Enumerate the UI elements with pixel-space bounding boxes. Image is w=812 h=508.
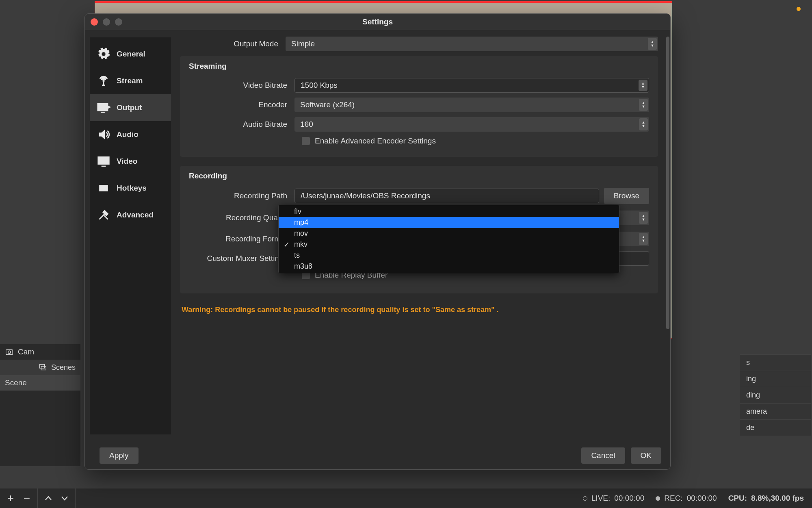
recording-path-label: Recording Path	[189, 191, 294, 200]
scene-row-label: Scene	[5, 378, 27, 387]
sidebar-item-output[interactable]: Output	[90, 94, 171, 121]
format-option[interactable]: mkv	[279, 239, 619, 250]
stepper-icon[interactable]: ▲▼	[639, 80, 647, 91]
controls-header: s	[740, 354, 811, 371]
scenes-header: Scenes	[0, 360, 80, 375]
sidebar-item-audio[interactable]: Audio	[90, 121, 171, 148]
scene-row[interactable]: Scene	[0, 375, 80, 391]
output-icon	[96, 100, 111, 115]
live-status: LIVE: 00:00:00	[583, 494, 644, 503]
notification-dot	[797, 7, 801, 11]
move-down-button[interactable]	[56, 491, 73, 506]
video-bitrate-label: Video Bitrate	[189, 81, 294, 90]
rec-status: REC: 00:00:00	[656, 494, 717, 503]
svg-rect-0	[6, 350, 13, 355]
bottom-toolbar: + − LIVE: 00:00:00 REC: 00:00:00 CPU: 8.…	[0, 488, 812, 508]
recording-format-dropdown[interactable]: flv mp4 mov mkv ts m3u8	[278, 205, 619, 273]
sidebar-item-stream[interactable]: Stream	[90, 67, 171, 94]
format-option[interactable]: mp4	[279, 217, 619, 228]
chevron-updown-icon: ▲▼	[639, 212, 648, 224]
keyboard-icon	[96, 181, 111, 195]
chevron-updown-icon: ▲▼	[639, 233, 648, 245]
ok-button[interactable]: OK	[631, 447, 661, 464]
scrollbar[interactable]	[666, 37, 669, 329]
move-up-button[interactable]	[40, 491, 56, 506]
audio-bitrate-label: Audio Bitrate	[189, 120, 294, 129]
close-window-button[interactable]	[91, 18, 98, 26]
titlebar: Settings	[85, 14, 670, 30]
checkbox-box	[302, 137, 310, 145]
settings-content: Output Mode Simple ▲▼ Streaming Video Bi…	[171, 30, 670, 442]
start-recording-button[interactable]: ding	[740, 387, 811, 403]
rec-dot-icon	[656, 496, 660, 501]
recording-heading: Recording	[189, 172, 649, 180]
output-mode-label: Output Mode	[180, 39, 286, 48]
zoom-window-button[interactable]	[115, 18, 122, 26]
audio-bitrate-select[interactable]: 160 ▲▼	[294, 117, 649, 132]
tools-icon	[96, 208, 111, 222]
format-option[interactable]: m3u8	[279, 261, 619, 272]
speaker-icon	[96, 127, 111, 142]
chevron-updown-icon: ▲▼	[648, 38, 657, 50]
cpu-status: CPU: 8.8%,30.00 fps	[728, 494, 804, 503]
controls-panel: s ing ding amera de	[740, 354, 811, 436]
format-option[interactable]: mov	[279, 228, 619, 239]
sidebar-item-video[interactable]: Video	[90, 148, 171, 175]
svg-rect-6	[98, 157, 109, 164]
scenes-header-label: Scenes	[51, 363, 76, 372]
source-cam-row[interactable]: Cam	[0, 344, 80, 360]
status-bar: LIVE: 00:00:00 REC: 00:00:00 CPU: 8.8%,3…	[583, 494, 812, 503]
settings-dialog: Settings General Stream Output Audio Vid	[84, 13, 671, 470]
svg-point-1	[8, 351, 11, 353]
svg-point-4	[103, 80, 104, 82]
start-streaming-button[interactable]: ing	[740, 371, 811, 387]
streaming-panel: Streaming Video Bitrate 1500 Kbps ▲▼ Enc…	[180, 56, 658, 157]
live-dot-icon	[583, 496, 587, 501]
source-label: Cam	[18, 347, 34, 356]
advanced-encoder-checkbox[interactable]: Enable Advanced Encoder Settings	[302, 137, 649, 145]
cancel-button[interactable]: Cancel	[581, 447, 625, 464]
format-option[interactable]: flv	[279, 206, 619, 217]
sidebar-item-advanced[interactable]: Advanced	[90, 202, 171, 228]
sidebar-item-general[interactable]: General	[90, 41, 171, 67]
dialog-footer: Apply Cancel OK	[85, 442, 670, 469]
scenes-icon	[38, 363, 47, 372]
browse-button[interactable]: Browse	[604, 188, 649, 204]
apply-button[interactable]: Apply	[100, 447, 139, 464]
encoder-label: Encoder	[189, 100, 294, 109]
scenes-panel: Cam Scenes Scene	[0, 344, 80, 466]
encoder-select[interactable]: Software (x264) ▲▼	[294, 98, 649, 112]
virtual-camera-button[interactable]: amera	[740, 403, 811, 419]
video-bitrate-input[interactable]: 1500 Kbps ▲▼	[294, 78, 649, 93]
antenna-icon	[96, 74, 111, 88]
gear-icon	[96, 47, 111, 61]
chevron-updown-icon: ▲▼	[639, 118, 648, 130]
sidebar-item-hotkeys[interactable]: Hotkeys	[90, 175, 171, 202]
monitor-icon	[96, 154, 111, 169]
svg-rect-5	[98, 104, 108, 111]
add-button[interactable]: +	[2, 491, 19, 506]
svg-rect-7	[100, 185, 108, 191]
format-option[interactable]: ts	[279, 250, 619, 261]
streaming-heading: Streaming	[189, 62, 649, 71]
warning-text: Warning: Recordings cannot be paused if …	[180, 302, 665, 317]
studio-mode-button[interactable]: de	[740, 419, 811, 436]
dialog-title: Settings	[362, 17, 393, 26]
recording-panel: Recording Recording Path /Users/junae/Mo…	[180, 166, 658, 293]
camera-icon	[5, 347, 14, 356]
output-mode-select[interactable]: Simple ▲▼	[286, 37, 658, 51]
recording-path-input[interactable]: /Users/junae/Movies/OBS Recordings	[294, 189, 599, 203]
minimize-window-button[interactable]	[103, 18, 110, 26]
chevron-updown-icon: ▲▼	[639, 99, 648, 111]
settings-sidebar: General Stream Output Audio Video Hotkey…	[90, 37, 171, 434]
remove-button[interactable]: −	[19, 491, 35, 506]
